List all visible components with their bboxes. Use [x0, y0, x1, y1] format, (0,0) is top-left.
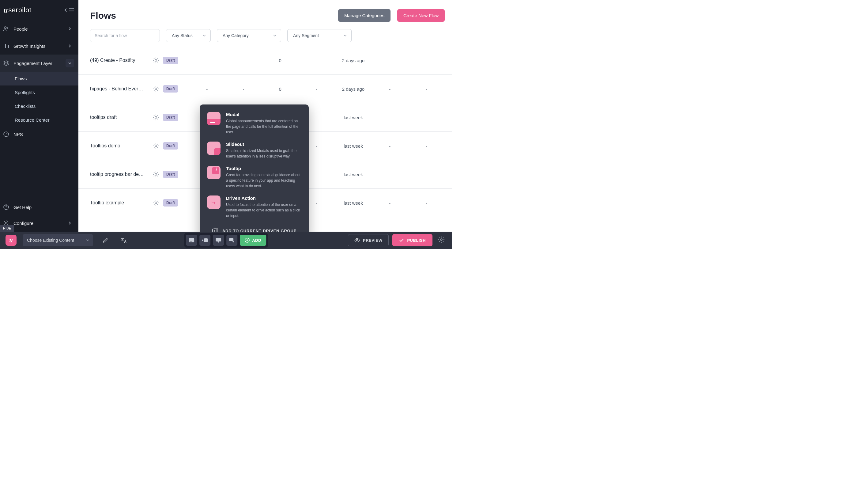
- sidebar-item-growth-insights[interactable]: Growth Insights: [0, 37, 79, 55]
- manage-categories-button[interactable]: Manage Categories: [338, 9, 391, 22]
- publish-label: PUBLISH: [407, 238, 426, 243]
- status-badge-cell: Draft: [163, 142, 189, 150]
- svg-point-18: [356, 240, 358, 241]
- flow-name: Tooltips demo: [90, 143, 149, 149]
- translate-icon[interactable]: [118, 234, 130, 246]
- table-cell: -: [372, 86, 408, 92]
- bar-chart-icon: [3, 43, 9, 49]
- toolbar-item-modal[interactable]: [186, 235, 197, 246]
- table-cell: -: [408, 58, 445, 63]
- add-button-label: ADD: [252, 238, 261, 243]
- popover-item-slideout[interactable]: Slideout Smaller, mid-sized Modals used …: [207, 142, 301, 159]
- sidebar-subitem-spotlights[interactable]: Spotlights: [0, 86, 79, 99]
- create-new-flow-button[interactable]: Create New Flow: [397, 9, 445, 22]
- segment-filter[interactable]: Any Segment: [287, 29, 351, 42]
- toolbar-item-driven-action[interactable]: [226, 235, 237, 246]
- sidebar-item-get-help[interactable]: Get Help: [0, 200, 79, 214]
- svg-point-10: [155, 202, 157, 204]
- chevron-left-icon: [64, 8, 67, 12]
- flow-name: hipages - Behind Ever…: [90, 86, 149, 92]
- status-badge: Draft: [163, 57, 178, 64]
- svg-point-4: [5, 222, 7, 224]
- svg-point-9: [155, 173, 157, 175]
- bottom-bar: u Choose Existing Content ADD PREVIEW: [0, 232, 452, 249]
- status-badge-cell: Draft: [163, 85, 189, 93]
- gear-icon: [152, 142, 160, 150]
- svg-point-5: [155, 59, 157, 61]
- table-cell: 0: [262, 86, 298, 92]
- row-settings-button[interactable]: [149, 171, 163, 178]
- userpilot-logo-small[interactable]: u: [5, 235, 17, 246]
- row-settings-button[interactable]: [149, 85, 163, 93]
- toolbar-item-tooltip[interactable]: [213, 235, 224, 246]
- popover-item-title: Modal: [226, 112, 301, 117]
- select-label: Choose Existing Content: [27, 238, 74, 243]
- choose-existing-content-select[interactable]: Choose Existing Content: [23, 234, 93, 246]
- sidebar-item-engagement-layer[interactable]: Engagement Layer: [0, 55, 79, 72]
- filters-bar: Any Status Any Category Any Segment: [79, 25, 452, 46]
- sidebar-item-label: NPS: [13, 132, 74, 137]
- popover-item-title: Slideout: [226, 142, 301, 147]
- status-badge: Draft: [163, 171, 178, 178]
- logo-text: serpilot: [8, 6, 31, 14]
- category-filter[interactable]: Any Category: [217, 29, 281, 42]
- popover-item-desc: Smaller, mid-sized Modals used to grab t…: [226, 148, 301, 159]
- preview-button[interactable]: PREVIEW: [348, 234, 389, 246]
- sidebar-subitem-label: Flows: [15, 76, 27, 81]
- check-icon: [399, 238, 404, 242]
- sidebar-subitem-resource-center[interactable]: Resource Center: [0, 113, 79, 127]
- row-settings-button[interactable]: [149, 199, 163, 207]
- row-settings-button[interactable]: [149, 114, 163, 121]
- eye-icon: [354, 238, 360, 242]
- flow-name: (49) Create - Postfity: [90, 58, 149, 63]
- table-row[interactable]: hipages - Behind Ever… Draft - - 0 - 2 d…: [79, 75, 452, 103]
- table-cell: -: [225, 58, 261, 63]
- table-cell: last week: [335, 172, 372, 177]
- row-settings-button[interactable]: [149, 142, 163, 150]
- sidebar-item-nps[interactable]: NPS: [0, 127, 79, 142]
- hide-tab[interactable]: HIDE: [0, 225, 14, 232]
- table-cell: -: [372, 143, 408, 149]
- table-cell: 0: [262, 58, 298, 63]
- edit-icon[interactable]: [99, 234, 112, 246]
- chevron-down-icon: [86, 239, 89, 241]
- popover-item-body: Driven Action Used to focus the attentio…: [226, 196, 301, 218]
- hamburger-icon: [69, 8, 74, 12]
- table-cell: -: [408, 200, 445, 206]
- sidebar-subitem-checklists[interactable]: Checklists: [0, 99, 79, 113]
- sidebar-item-label: Configure: [13, 220, 61, 226]
- content-type-popover: Modal Global announcements that are cent…: [200, 104, 309, 239]
- sidebar-collapse-controls[interactable]: [64, 8, 74, 12]
- gear-icon: [152, 85, 160, 93]
- status-badge: Draft: [163, 85, 178, 93]
- row-settings-button[interactable]: [149, 57, 163, 64]
- settings-button[interactable]: [436, 236, 446, 244]
- publish-button[interactable]: PUBLISH: [392, 234, 432, 246]
- table-cell: -: [298, 86, 335, 92]
- popover-item-tooltip[interactable]: Tooltip Great for providing contextual g…: [207, 166, 301, 189]
- status-filter[interactable]: Any Status: [166, 29, 211, 42]
- sidebar-subitem-label: Checklists: [15, 103, 35, 109]
- help-icon: [3, 204, 9, 210]
- sidebar-item-label: Growth Insights: [13, 43, 61, 49]
- sidebar-item-label: Engagement Layer: [13, 61, 61, 66]
- sidebar-subitem-label: Resource Center: [15, 117, 49, 123]
- filter-label: Any Segment: [293, 33, 319, 38]
- gauge-icon: [3, 131, 9, 137]
- svg-rect-14: [204, 238, 208, 242]
- content-type-toolbar: ADD: [184, 233, 268, 247]
- popover-item-modal[interactable]: Modal Global announcements that are cent…: [207, 112, 301, 135]
- add-button[interactable]: ADD: [240, 235, 266, 246]
- popover-item-driven-action[interactable]: Driven Action Used to focus the attentio…: [207, 196, 301, 218]
- svg-rect-15: [216, 238, 221, 241]
- chevron-right-icon: [66, 25, 74, 33]
- table-row[interactable]: (49) Create - Postfity Draft - - 0 - 2 d…: [79, 46, 452, 75]
- popover-item-body: Slideout Smaller, mid-sized Modals used …: [226, 142, 301, 159]
- table-cell: -: [408, 172, 445, 177]
- sidebar-item-people[interactable]: People: [0, 20, 79, 37]
- sidebar-subitem-flows[interactable]: Flows: [0, 72, 79, 86]
- toolbar-item-slideout[interactable]: [199, 235, 210, 246]
- chevron-down-icon: [273, 34, 277, 37]
- table-cell: -: [189, 58, 225, 63]
- search-input[interactable]: [90, 29, 160, 42]
